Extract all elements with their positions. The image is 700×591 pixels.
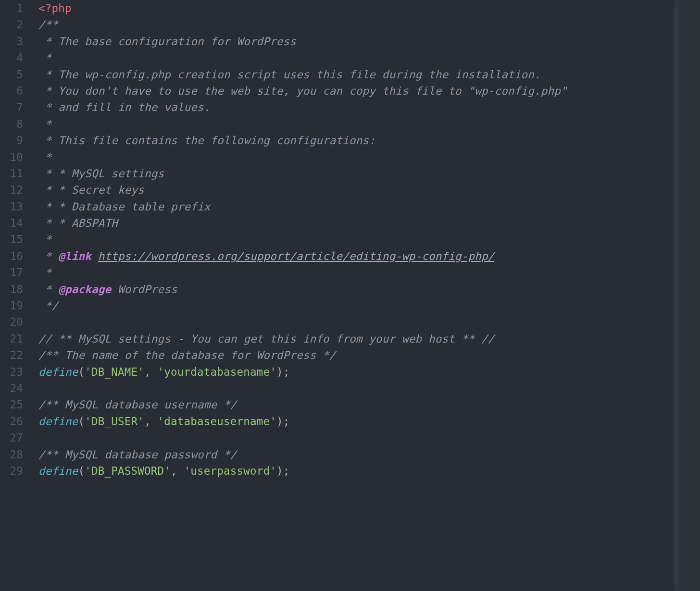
code-line[interactable]: * * ABSPATH xyxy=(38,215,674,231)
line-number: 6 xyxy=(0,83,23,99)
code-token: 'databaseusername' xyxy=(157,415,276,428)
code-line[interactable]: * The wp-config.php creation script uses… xyxy=(38,66,674,83)
code-line[interactable]: */ xyxy=(38,297,674,314)
code-line[interactable] xyxy=(38,380,674,396)
code-line[interactable] xyxy=(38,314,674,330)
code-token: * This file contains the following confi… xyxy=(38,134,375,147)
code-token: * * Database table prefix xyxy=(38,200,210,213)
line-number: 12 xyxy=(0,182,23,198)
code-token: * xyxy=(38,250,58,262)
line-number: 2 xyxy=(0,16,23,33)
code-token: 'yourdatabasename' xyxy=(157,366,276,378)
code-token: /** MySQL database username */ xyxy=(38,398,237,411)
code-line[interactable]: * xyxy=(38,116,674,132)
code-line[interactable]: /** MySQL database username */ xyxy=(38,396,674,413)
code-token: @link xyxy=(58,250,91,262)
line-number: 18 xyxy=(0,281,23,297)
line-number: 22 xyxy=(0,347,23,363)
code-token: 'userpassword' xyxy=(184,465,276,477)
code-token: , xyxy=(144,366,158,378)
line-number-gutter: 1234567891011121314151617181920212223242… xyxy=(0,0,30,591)
code-token: /** MySQL database password */ xyxy=(38,448,237,461)
code-token: /** The name of the database for WordPre… xyxy=(38,349,336,361)
line-number: 13 xyxy=(0,198,23,215)
line-number: 21 xyxy=(0,331,23,347)
code-content[interactable]: <?php/** * The base configuration for Wo… xyxy=(30,0,674,591)
code-token: https://wordpress.org/support/article/ed… xyxy=(98,250,495,262)
code-token: // ** MySQL settings - You can get this … xyxy=(38,332,494,345)
code-line[interactable]: * xyxy=(38,231,674,247)
code-line[interactable]: * This file contains the following confi… xyxy=(38,132,674,148)
line-number: 16 xyxy=(0,248,23,264)
code-line[interactable]: /** MySQL database password */ xyxy=(38,446,674,463)
code-token: 'DB_USER' xyxy=(85,415,144,428)
code-token: * xyxy=(38,151,52,163)
code-token: * * Secret keys xyxy=(38,184,144,196)
code-line[interactable]: * @link https://wordpress.org/support/ar… xyxy=(38,248,674,264)
code-token: WordPress xyxy=(111,283,177,296)
line-number: 29 xyxy=(0,463,23,479)
code-token: * xyxy=(38,233,52,246)
code-editor[interactable]: 1234567891011121314151617181920212223242… xyxy=(0,0,700,591)
line-number: 11 xyxy=(0,165,23,182)
line-number: 28 xyxy=(0,446,23,463)
line-number: 5 xyxy=(0,66,23,83)
code-token: * and fill in the values. xyxy=(38,101,210,113)
code-token: <?php xyxy=(38,2,72,14)
code-line[interactable]: * * MySQL settings xyxy=(38,165,674,182)
line-number: 25 xyxy=(0,396,23,413)
code-token: define xyxy=(38,366,78,378)
vertical-scrollbar[interactable] xyxy=(674,0,700,591)
code-token: @package xyxy=(58,283,111,296)
code-token: * * ABSPATH xyxy=(38,217,118,229)
code-line[interactable]: define('DB_PASSWORD', 'userpassword'); xyxy=(38,463,674,479)
code-token: * * MySQL settings xyxy=(38,167,164,180)
code-token: */ xyxy=(38,299,58,312)
code-line[interactable]: <?php xyxy=(38,0,674,16)
line-number: 14 xyxy=(0,215,23,231)
code-token xyxy=(91,250,98,262)
code-line[interactable]: // ** MySQL settings - You can get this … xyxy=(38,331,674,347)
code-token: * xyxy=(38,283,58,296)
code-token: , xyxy=(144,415,158,428)
code-line[interactable]: /** xyxy=(38,16,674,33)
code-token: , xyxy=(171,465,184,477)
code-line[interactable]: * xyxy=(38,149,674,165)
line-number: 24 xyxy=(0,380,23,396)
code-line[interactable]: * @package WordPress xyxy=(38,281,674,297)
line-number: 4 xyxy=(0,49,23,66)
code-token: * The wp-config.php creation script uses… xyxy=(38,68,541,81)
code-token: define xyxy=(38,465,78,477)
line-number: 26 xyxy=(0,413,23,430)
code-line[interactable]: define('DB_NAME', 'yourdatabasename'); xyxy=(38,364,674,380)
code-token: /** xyxy=(38,18,58,31)
code-line[interactable]: * * Database table prefix xyxy=(38,198,674,215)
line-number: 19 xyxy=(0,297,23,314)
code-token: ); xyxy=(276,415,290,428)
code-line[interactable]: * * Secret keys xyxy=(38,182,674,198)
line-number: 1 xyxy=(0,0,23,16)
line-number: 10 xyxy=(0,149,23,165)
code-line[interactable]: * The base configuration for WordPress xyxy=(38,33,674,49)
code-token: * xyxy=(38,266,52,279)
code-token: ); xyxy=(276,366,290,378)
code-token: ); xyxy=(276,465,290,477)
line-number: 27 xyxy=(0,430,23,446)
line-number: 20 xyxy=(0,314,23,330)
code-line[interactable]: * and fill in the values. xyxy=(38,99,674,115)
code-line[interactable]: * xyxy=(38,49,674,66)
code-line[interactable]: * xyxy=(38,264,674,281)
code-line[interactable] xyxy=(38,430,674,446)
scrollbar-thumb[interactable] xyxy=(675,0,679,591)
line-number: 23 xyxy=(0,364,23,380)
code-token: ( xyxy=(78,465,85,477)
line-number: 7 xyxy=(0,99,23,115)
line-number: 3 xyxy=(0,33,23,49)
code-token: ( xyxy=(78,415,85,428)
code-token: * You don't have to use the web site, yo… xyxy=(38,85,567,97)
code-line[interactable]: * You don't have to use the web site, yo… xyxy=(38,83,674,99)
code-line[interactable]: define('DB_USER', 'databaseusername'); xyxy=(38,413,674,430)
code-token: 'DB_NAME' xyxy=(85,366,144,378)
code-line[interactable]: /** The name of the database for WordPre… xyxy=(38,347,674,363)
line-number: 9 xyxy=(0,132,23,148)
